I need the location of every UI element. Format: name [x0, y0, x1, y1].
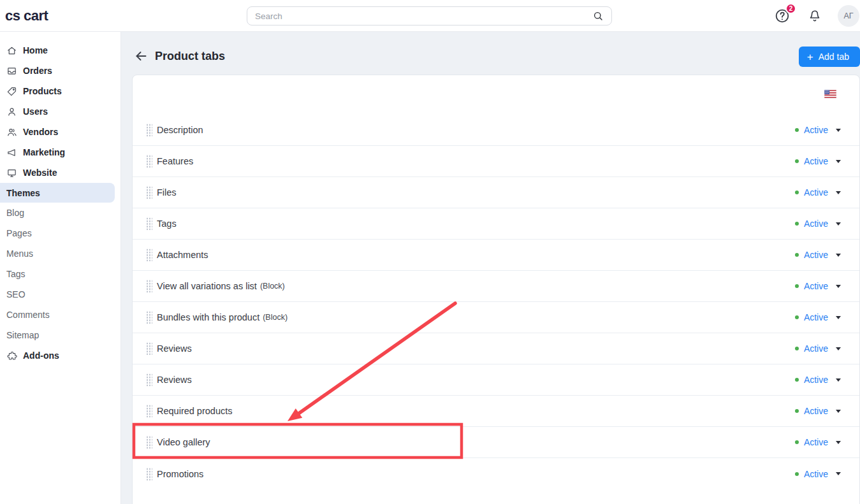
- drag-handle-icon[interactable]: [146, 373, 152, 387]
- sidebar-item-add-ons[interactable]: Add-ons: [0, 345, 120, 366]
- status-dot-icon: [795, 253, 799, 257]
- sidebar-item-products[interactable]: Products: [0, 81, 120, 101]
- sidebar-item-vendors[interactable]: Vendors: [0, 122, 120, 142]
- drag-handle-icon[interactable]: [146, 123, 152, 137]
- sidebar-item-tags[interactable]: Tags: [0, 264, 120, 284]
- bell-icon[interactable]: [807, 8, 822, 24]
- status-dot-icon: [795, 222, 799, 226]
- drag-handle-icon[interactable]: [146, 435, 152, 449]
- drag-handle-icon[interactable]: [146, 248, 152, 262]
- add-tab-label: Add tab: [819, 52, 849, 62]
- status-dropdown[interactable]: Active: [795, 406, 841, 416]
- sidebar-item-themes[interactable]: Themes: [0, 183, 115, 203]
- user-icon: [6, 106, 17, 117]
- status-dropdown[interactable]: Active: [795, 219, 841, 229]
- status-dropdown[interactable]: Active: [795, 187, 841, 198]
- tab-name: Description: [157, 125, 203, 135]
- chevron-down-icon: [836, 254, 841, 257]
- status-dropdown[interactable]: Active: [795, 156, 841, 166]
- tab-name: Bundles with this product: [157, 312, 259, 322]
- status-dropdown[interactable]: Active: [795, 125, 841, 135]
- add-tab-button[interactable]: + Add tab: [799, 47, 860, 67]
- product-tabs-card: DescriptionActiveFeaturesActiveFilesActi…: [132, 75, 860, 504]
- drag-handle-icon[interactable]: [146, 310, 152, 324]
- status-dot-icon: [795, 378, 799, 382]
- table-row: Bundles with this product(Block)Active: [133, 302, 859, 333]
- status-dropdown[interactable]: Active: [795, 437, 841, 447]
- sidebar-item-home[interactable]: Home: [0, 40, 120, 61]
- status-label: Active: [804, 281, 828, 291]
- status-label: Active: [804, 469, 828, 479]
- table-row: ReviewsActive: [133, 333, 859, 364]
- sidebar-item-label: Menus: [6, 248, 33, 259]
- status-dot-icon: [795, 440, 799, 444]
- back-arrow-icon[interactable]: [133, 48, 149, 64]
- sidebar-item-seo[interactable]: SEO: [0, 284, 120, 305]
- sidebar-item-sitemap[interactable]: Sitemap: [0, 325, 120, 345]
- table-row: FilesActive: [133, 177, 859, 208]
- sidebar-item-label: Comments: [6, 310, 50, 320]
- sidebar-item-label: Marketing: [23, 147, 65, 157]
- table-row: FeaturesActive: [133, 146, 859, 177]
- status-dropdown[interactable]: Active: [795, 250, 841, 260]
- tab-suffix: (Block): [263, 313, 288, 322]
- topbar: cs cart 2: [0, 0, 860, 32]
- drag-handle-icon[interactable]: [146, 185, 152, 199]
- status-label: Active: [804, 406, 828, 416]
- sidebar-item-orders[interactable]: Orders: [0, 61, 120, 81]
- product-tabs-list: DescriptionActiveFeaturesActiveFilesActi…: [133, 115, 859, 489]
- drag-handle-icon[interactable]: [146, 279, 152, 293]
- sidebar-item-marketing[interactable]: Marketing: [0, 142, 120, 162]
- drag-handle-icon[interactable]: [146, 467, 152, 481]
- megaphone-icon: [6, 147, 17, 158]
- help-button[interactable]: 2: [774, 8, 791, 24]
- sidebar-item-pages[interactable]: Pages: [0, 223, 120, 243]
- status-dropdown[interactable]: Active: [795, 343, 841, 354]
- status-dropdown[interactable]: Active: [795, 281, 841, 291]
- notification-badge: 2: [785, 3, 796, 14]
- drag-handle-icon[interactable]: [146, 154, 152, 168]
- status-label: Active: [804, 125, 828, 135]
- status-label: Active: [804, 343, 828, 354]
- tab-name: Required products: [157, 406, 233, 416]
- drag-handle-icon[interactable]: [146, 404, 152, 418]
- drag-handle-icon[interactable]: [146, 342, 152, 356]
- chevron-down-icon: [836, 441, 841, 444]
- sidebar-item-label: Vendors: [23, 127, 58, 137]
- sidebar-item-users[interactable]: Users: [0, 101, 120, 122]
- status-label: Active: [804, 187, 828, 198]
- sidebar-item-label: Home: [23, 45, 48, 55]
- search-input[interactable]: [255, 11, 592, 21]
- sidebar-item-comments[interactable]: Comments: [0, 305, 120, 325]
- table-row: Video galleryActive: [133, 427, 859, 458]
- tab-name: Attachments: [157, 250, 208, 260]
- table-row: DescriptionActive: [133, 115, 859, 146]
- search-icon[interactable]: [592, 10, 604, 22]
- drag-handle-icon[interactable]: [146, 217, 152, 231]
- status-dropdown[interactable]: Active: [795, 375, 841, 385]
- table-row: View all variations as list(Block)Active: [133, 271, 859, 302]
- chevron-down-icon: [836, 378, 841, 382]
- avatar[interactable]: АГ: [838, 5, 859, 27]
- tab-name: Reviews: [157, 343, 192, 354]
- status-label: Active: [804, 375, 828, 385]
- us-flag-icon[interactable]: [824, 89, 836, 97]
- home-icon: [6, 45, 17, 56]
- table-row: AttachmentsActive: [133, 240, 859, 271]
- sidebar-item-label: Blog: [6, 208, 24, 218]
- status-dropdown[interactable]: Active: [795, 469, 841, 479]
- orders-icon: [6, 66, 17, 76]
- sidebar-item-label: Pages: [6, 228, 32, 238]
- monitor-icon: [6, 168, 17, 178]
- sidebar-item-menus[interactable]: Menus: [0, 243, 120, 264]
- table-row: PromotionsActive: [133, 458, 859, 489]
- sidebar-item-website[interactable]: Website: [0, 162, 120, 183]
- sidebar-item-label: Themes: [6, 188, 40, 198]
- status-label: Active: [804, 156, 828, 166]
- chevron-down-icon: [836, 410, 841, 413]
- tab-name: Files: [157, 187, 177, 198]
- status-dropdown[interactable]: Active: [795, 312, 841, 322]
- sidebar-item-blog[interactable]: Blog: [0, 203, 120, 223]
- chevron-down-icon: [836, 191, 841, 194]
- puzzle-icon: [6, 350, 17, 361]
